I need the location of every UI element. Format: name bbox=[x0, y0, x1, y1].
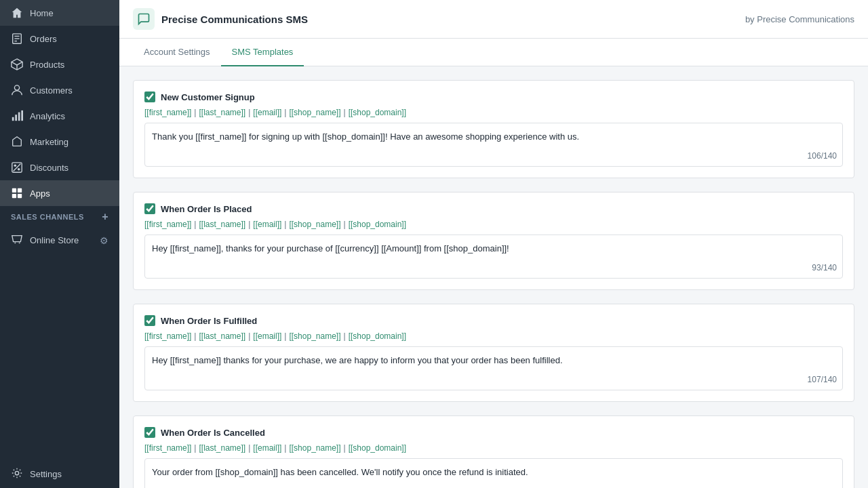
sidebar-item-discounts-label: Discounts bbox=[30, 163, 68, 173]
app-title: Precise Communications SMS bbox=[161, 14, 308, 25]
var-shop-name-3[interactable]: [[shop_name]] bbox=[289, 443, 340, 453]
sidebar-item-apps-label: Apps bbox=[30, 188, 50, 199]
svg-point-11 bbox=[18, 168, 20, 171]
tab-account-settings[interactable]: Account Settings bbox=[133, 39, 221, 66]
sidebar-item-online-store[interactable]: Online Store ⚙ bbox=[0, 228, 119, 253]
sidebar-item-home[interactable]: Home bbox=[0, 0, 119, 26]
order-placed-checkbox[interactable] bbox=[144, 203, 155, 214]
order-cancelled-title: When Order Is Cancelled bbox=[161, 428, 265, 438]
app-logo bbox=[133, 8, 155, 30]
order-placed-textarea[interactable]: Hey [[first_name]], thanks for your purc… bbox=[145, 235, 842, 275]
orders-icon bbox=[11, 33, 23, 45]
template-new-customer-signup: New Customer Signup [[first_name]] | [[l… bbox=[133, 80, 854, 178]
svg-point-5 bbox=[14, 85, 19, 90]
svg-rect-16 bbox=[12, 194, 16, 198]
svg-rect-8 bbox=[18, 113, 20, 121]
svg-rect-7 bbox=[15, 115, 17, 121]
settings-label: Settings bbox=[30, 469, 62, 479]
apps-icon bbox=[11, 187, 23, 199]
order-fulfilled-title: When Order Is Fulfilled bbox=[161, 316, 257, 326]
marketing-icon bbox=[11, 136, 23, 148]
new-customer-signup-checkbox[interactable] bbox=[144, 92, 155, 102]
order-fulfilled-vars: [[first_name]] | [[last_name]] | [[email… bbox=[144, 331, 843, 341]
new-customer-signup-textarea[interactable]: Thank you [[first_name]] for signing up … bbox=[145, 123, 842, 163]
sidebar-item-customers-label: Customers bbox=[30, 85, 73, 96]
content-area: New Customer Signup [[first_name]] | [[l… bbox=[119, 66, 868, 488]
order-fulfilled-textarea-wrapper: Hey [[first_name]] thanks for your purch… bbox=[144, 346, 843, 390]
app-by: by Precise Communications bbox=[745, 14, 854, 24]
tabs-bar: Account Settings SMS Templates bbox=[119, 39, 868, 66]
var-last-name-0[interactable]: [[last_name]] bbox=[199, 108, 245, 117]
var-email-1[interactable]: [[email]] bbox=[253, 220, 281, 229]
template-order-cancelled: When Order Is Cancelled [[first_name]] |… bbox=[133, 415, 854, 488]
svg-point-18 bbox=[14, 243, 16, 244]
online-store-icon bbox=[11, 233, 23, 247]
sales-channels-label: SALES CHANNELS bbox=[11, 213, 84, 221]
var-email-2[interactable]: [[email]] bbox=[253, 331, 281, 341]
var-last-name-1[interactable]: [[last_name]] bbox=[199, 220, 245, 229]
var-last-name-3[interactable]: [[last_name]] bbox=[199, 443, 245, 453]
app-header: Precise Communications SMS by Precise Co… bbox=[119, 0, 868, 39]
var-shop-domain-2[interactable]: [[shop_domain]] bbox=[349, 331, 406, 341]
var-email-3[interactable]: [[email]] bbox=[253, 443, 281, 453]
svg-rect-15 bbox=[18, 188, 22, 192]
order-fulfilled-textarea[interactable]: Hey [[first_name]] thanks for your purch… bbox=[145, 347, 842, 387]
sidebar-item-orders-label: Orders bbox=[30, 34, 57, 44]
products-icon bbox=[11, 58, 23, 70]
settings-icon bbox=[11, 467, 23, 481]
var-shop-domain-3[interactable]: [[shop_domain]] bbox=[349, 443, 406, 453]
order-placed-textarea-wrapper: Hey [[first_name]], thanks for your purc… bbox=[144, 235, 843, 279]
svg-rect-6 bbox=[12, 117, 14, 121]
sidebar-item-products[interactable]: Products bbox=[0, 52, 119, 77]
svg-point-10 bbox=[14, 165, 17, 167]
template-order-placed: When Order Is Placed [[first_name]] | [[… bbox=[133, 192, 854, 290]
online-store-label: Online Store bbox=[30, 235, 79, 245]
var-last-name-2[interactable]: [[last_name]] bbox=[199, 331, 245, 341]
var-first-name-2[interactable]: [[first_name]] bbox=[144, 331, 191, 341]
var-first-name-3[interactable]: [[first_name]] bbox=[144, 443, 191, 453]
var-shop-name-1[interactable]: [[shop_name]] bbox=[289, 220, 340, 229]
order-cancelled-checkbox[interactable] bbox=[144, 427, 155, 438]
new-customer-signup-char-count: 106/140 bbox=[808, 151, 837, 161]
var-shop-name-0[interactable]: [[shop_name]] bbox=[289, 108, 340, 117]
order-placed-vars: [[first_name]] | [[last_name]] | [[email… bbox=[144, 220, 843, 229]
sidebar-item-analytics-label: Analytics bbox=[30, 111, 65, 121]
order-cancelled-vars: [[first_name]] | [[last_name]] | [[email… bbox=[144, 443, 843, 453]
order-cancelled-textarea-wrapper: Your order from [[shop_domain]] has been… bbox=[144, 458, 843, 488]
svg-rect-14 bbox=[12, 188, 16, 192]
svg-rect-17 bbox=[18, 194, 22, 198]
new-customer-signup-title: New Customer Signup bbox=[161, 92, 255, 102]
sidebar-item-marketing[interactable]: Marketing bbox=[0, 129, 119, 155]
var-shop-domain-1[interactable]: [[shop_domain]] bbox=[349, 220, 406, 229]
new-customer-signup-textarea-wrapper: Thank you [[first_name]] for signing up … bbox=[144, 123, 843, 167]
svg-point-19 bbox=[19, 243, 20, 244]
sidebar-item-apps[interactable]: Apps bbox=[0, 180, 119, 206]
sidebar-item-settings[interactable]: Settings bbox=[0, 460, 119, 488]
template-order-fulfilled: When Order Is Fulfilled [[first_name]] |… bbox=[133, 304, 854, 402]
var-first-name-0[interactable]: [[first_name]] bbox=[144, 108, 191, 117]
new-customer-signup-vars: [[first_name]] | [[last_name]] | [[email… bbox=[144, 108, 843, 117]
order-fulfilled-char-count: 107/140 bbox=[808, 375, 837, 384]
order-fulfilled-checkbox[interactable] bbox=[144, 315, 155, 326]
sales-channels-section: SALES CHANNELS + bbox=[0, 206, 119, 228]
sidebar-item-marketing-label: Marketing bbox=[30, 137, 68, 147]
tab-sms-templates[interactable]: SMS Templates bbox=[221, 39, 304, 66]
order-cancelled-textarea[interactable]: Your order from [[shop_domain]] has been… bbox=[145, 459, 842, 488]
sidebar-item-analytics[interactable]: Analytics bbox=[0, 103, 119, 129]
sidebar-item-customers[interactable]: Customers bbox=[0, 77, 119, 103]
add-sales-channel-button[interactable]: + bbox=[102, 211, 108, 222]
online-store-settings-icon[interactable]: ⚙ bbox=[100, 235, 108, 246]
var-shop-name-2[interactable]: [[shop_name]] bbox=[289, 331, 340, 341]
var-shop-domain-0[interactable]: [[shop_domain]] bbox=[349, 108, 406, 117]
sidebar-item-discounts[interactable]: Discounts bbox=[0, 155, 119, 180]
var-first-name-1[interactable]: [[first_name]] bbox=[144, 220, 191, 229]
order-placed-title: When Order Is Placed bbox=[161, 204, 252, 214]
sidebar: Home Orders Products Customers Analytics… bbox=[0, 0, 119, 488]
sidebar-item-home-label: Home bbox=[30, 8, 54, 18]
svg-rect-9 bbox=[21, 110, 23, 121]
analytics-icon bbox=[11, 110, 23, 122]
sidebar-item-orders[interactable]: Orders bbox=[0, 26, 119, 52]
sidebar-item-products-label: Products bbox=[30, 60, 64, 70]
discounts-icon bbox=[11, 161, 23, 174]
var-email-0[interactable]: [[email]] bbox=[253, 108, 281, 117]
